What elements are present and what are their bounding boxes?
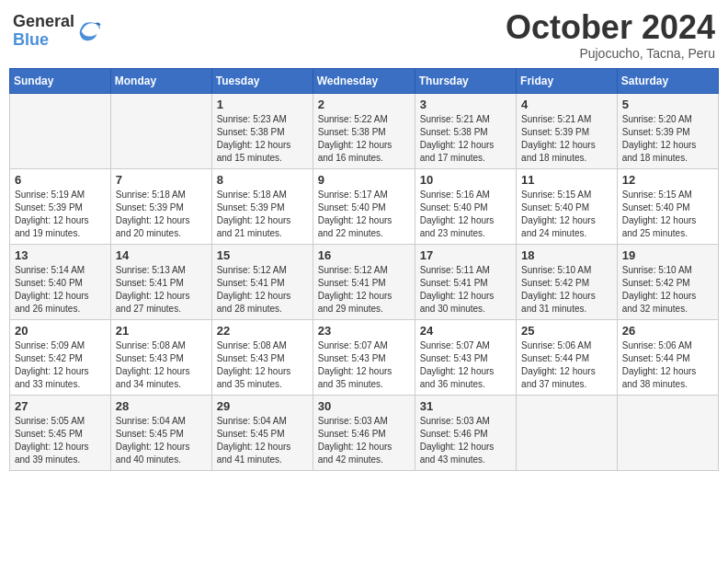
day-info: Sunrise: 5:20 AMSunset: 5:39 PMDaylight:… xyxy=(622,113,713,165)
day-info: Sunrise: 5:17 AMSunset: 5:40 PMDaylight:… xyxy=(318,189,410,240)
day-cell: 29Sunrise: 5:04 AMSunset: 5:45 PMDayligh… xyxy=(211,395,313,470)
day-info: Sunrise: 5:10 AMSunset: 5:42 PMDaylight:… xyxy=(622,264,713,316)
location-subtitle: Pujocucho, Tacna, Peru xyxy=(506,46,715,61)
day-number: 13 xyxy=(15,248,106,262)
page-header: General Blue October 2024 Pujocucho, Tac… xyxy=(9,9,719,61)
day-cell: 11Sunrise: 5:15 AMSunset: 5:40 PMDayligh… xyxy=(517,168,618,244)
day-cell: 9Sunrise: 5:17 AMSunset: 5:40 PMDaylight… xyxy=(313,168,415,244)
day-cell: 27Sunrise: 5:05 AMSunset: 5:45 PMDayligh… xyxy=(10,395,111,470)
day-number: 27 xyxy=(15,399,106,413)
day-cell: 24Sunrise: 5:07 AMSunset: 5:43 PMDayligh… xyxy=(415,319,516,395)
week-row-3: 13Sunrise: 5:14 AMSunset: 5:40 PMDayligh… xyxy=(10,244,719,319)
day-info: Sunrise: 5:14 AMSunset: 5:40 PMDaylight:… xyxy=(15,264,106,316)
day-number: 23 xyxy=(318,324,410,338)
day-info: Sunrise: 5:04 AMSunset: 5:45 PMDaylight:… xyxy=(116,415,207,466)
day-cell: 30Sunrise: 5:03 AMSunset: 5:46 PMDayligh… xyxy=(313,395,415,470)
day-cell: 17Sunrise: 5:11 AMSunset: 5:41 PMDayligh… xyxy=(415,244,516,319)
header-row: SundayMondayTuesdayWednesdayThursdayFrid… xyxy=(10,68,719,93)
logo: General Blue xyxy=(13,13,102,50)
day-info: Sunrise: 5:22 AMSunset: 5:38 PMDaylight:… xyxy=(318,113,410,165)
day-number: 6 xyxy=(15,173,106,187)
day-number: 16 xyxy=(318,248,410,262)
day-number: 3 xyxy=(420,98,511,111)
day-info: Sunrise: 5:07 AMSunset: 5:43 PMDaylight:… xyxy=(420,339,511,391)
day-cell: 1Sunrise: 5:23 AMSunset: 5:38 PMDaylight… xyxy=(211,93,313,168)
day-info: Sunrise: 5:03 AMSunset: 5:46 PMDaylight:… xyxy=(420,415,511,466)
day-number: 8 xyxy=(217,173,308,187)
logo-general: General xyxy=(13,13,74,31)
day-info: Sunrise: 5:12 AMSunset: 5:41 PMDaylight:… xyxy=(318,264,410,316)
day-number: 10 xyxy=(420,173,511,187)
day-number: 4 xyxy=(521,98,612,111)
header-cell-tuesday: Tuesday xyxy=(211,68,313,93)
logo-blue: Blue xyxy=(13,31,74,50)
logo-bird-icon xyxy=(76,18,102,44)
header-cell-sunday: Sunday xyxy=(10,68,111,93)
day-info: Sunrise: 5:10 AMSunset: 5:42 PMDaylight:… xyxy=(521,264,612,316)
day-number: 19 xyxy=(622,248,713,262)
day-number: 26 xyxy=(622,324,713,338)
day-info: Sunrise: 5:21 AMSunset: 5:39 PMDaylight:… xyxy=(521,113,612,165)
day-info: Sunrise: 5:06 AMSunset: 5:44 PMDaylight:… xyxy=(622,339,713,391)
day-info: Sunrise: 5:19 AMSunset: 5:39 PMDaylight:… xyxy=(15,189,106,240)
day-number: 22 xyxy=(217,324,308,338)
day-info: Sunrise: 5:15 AMSunset: 5:40 PMDaylight:… xyxy=(622,189,713,240)
day-info: Sunrise: 5:08 AMSunset: 5:43 PMDaylight:… xyxy=(116,339,207,391)
day-cell: 6Sunrise: 5:19 AMSunset: 5:39 PMDaylight… xyxy=(10,168,111,244)
day-info: Sunrise: 5:15 AMSunset: 5:40 PMDaylight:… xyxy=(521,189,612,240)
day-number: 30 xyxy=(318,399,410,413)
day-info: Sunrise: 5:23 AMSunset: 5:38 PMDaylight:… xyxy=(217,113,308,165)
day-number: 24 xyxy=(420,324,511,338)
day-info: Sunrise: 5:13 AMSunset: 5:41 PMDaylight:… xyxy=(116,264,207,316)
day-info: Sunrise: 5:09 AMSunset: 5:42 PMDaylight:… xyxy=(15,339,106,391)
day-info: Sunrise: 5:12 AMSunset: 5:41 PMDaylight:… xyxy=(217,264,308,316)
day-info: Sunrise: 5:05 AMSunset: 5:45 PMDaylight:… xyxy=(15,415,106,466)
day-number: 11 xyxy=(521,173,612,187)
day-cell: 10Sunrise: 5:16 AMSunset: 5:40 PMDayligh… xyxy=(415,168,516,244)
day-number: 31 xyxy=(420,399,511,413)
calendar-table: SundayMondayTuesdayWednesdayThursdayFrid… xyxy=(9,68,719,471)
day-number: 17 xyxy=(420,248,511,262)
day-number: 18 xyxy=(521,248,612,262)
day-cell xyxy=(517,395,618,470)
day-number: 9 xyxy=(318,173,410,187)
day-info: Sunrise: 5:06 AMSunset: 5:44 PMDaylight:… xyxy=(521,339,612,391)
day-cell: 22Sunrise: 5:08 AMSunset: 5:43 PMDayligh… xyxy=(211,319,313,395)
day-cell: 18Sunrise: 5:10 AMSunset: 5:42 PMDayligh… xyxy=(517,244,618,319)
day-cell: 12Sunrise: 5:15 AMSunset: 5:40 PMDayligh… xyxy=(617,168,718,244)
header-cell-wednesday: Wednesday xyxy=(313,68,415,93)
day-cell: 13Sunrise: 5:14 AMSunset: 5:40 PMDayligh… xyxy=(10,244,111,319)
day-number: 14 xyxy=(116,248,207,262)
month-title: October 2024 xyxy=(506,9,715,46)
day-info: Sunrise: 5:18 AMSunset: 5:39 PMDaylight:… xyxy=(217,189,308,240)
header-cell-friday: Friday xyxy=(517,68,618,93)
day-info: Sunrise: 5:08 AMSunset: 5:43 PMDaylight:… xyxy=(217,339,308,391)
day-cell: 19Sunrise: 5:10 AMSunset: 5:42 PMDayligh… xyxy=(617,244,718,319)
logo-text: General Blue xyxy=(13,13,74,50)
day-number: 15 xyxy=(217,248,308,262)
day-cell: 8Sunrise: 5:18 AMSunset: 5:39 PMDaylight… xyxy=(211,168,313,244)
day-cell: 4Sunrise: 5:21 AMSunset: 5:39 PMDaylight… xyxy=(517,93,618,168)
day-cell: 20Sunrise: 5:09 AMSunset: 5:42 PMDayligh… xyxy=(10,319,111,395)
day-cell xyxy=(617,395,718,470)
day-cell: 31Sunrise: 5:03 AMSunset: 5:46 PMDayligh… xyxy=(415,395,516,470)
day-info: Sunrise: 5:03 AMSunset: 5:46 PMDaylight:… xyxy=(318,415,410,466)
week-row-4: 20Sunrise: 5:09 AMSunset: 5:42 PMDayligh… xyxy=(10,319,719,395)
title-block: October 2024 Pujocucho, Tacna, Peru xyxy=(506,9,715,61)
header-cell-thursday: Thursday xyxy=(415,68,516,93)
day-cell: 26Sunrise: 5:06 AMSunset: 5:44 PMDayligh… xyxy=(617,319,718,395)
day-cell: 15Sunrise: 5:12 AMSunset: 5:41 PMDayligh… xyxy=(211,244,313,319)
day-info: Sunrise: 5:21 AMSunset: 5:38 PMDaylight:… xyxy=(420,113,511,165)
week-row-5: 27Sunrise: 5:05 AMSunset: 5:45 PMDayligh… xyxy=(10,395,719,470)
day-number: 25 xyxy=(521,324,612,338)
day-info: Sunrise: 5:11 AMSunset: 5:41 PMDaylight:… xyxy=(420,264,511,316)
day-number: 2 xyxy=(318,98,410,111)
day-cell: 16Sunrise: 5:12 AMSunset: 5:41 PMDayligh… xyxy=(313,244,415,319)
day-number: 5 xyxy=(622,98,713,111)
day-number: 29 xyxy=(217,399,308,413)
day-cell xyxy=(10,93,111,168)
week-row-2: 6Sunrise: 5:19 AMSunset: 5:39 PMDaylight… xyxy=(10,168,719,244)
header-cell-monday: Monday xyxy=(110,68,211,93)
day-cell: 3Sunrise: 5:21 AMSunset: 5:38 PMDaylight… xyxy=(415,93,516,168)
day-number: 7 xyxy=(116,173,207,187)
